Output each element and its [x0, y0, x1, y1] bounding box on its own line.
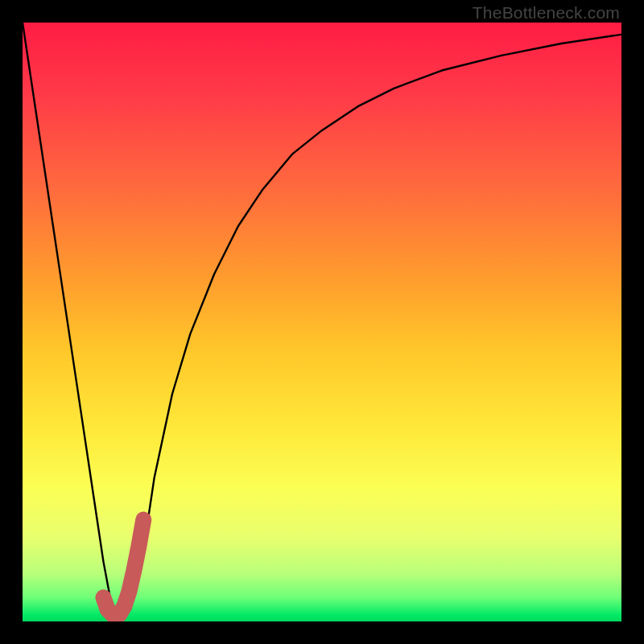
plot-area	[23, 23, 621, 621]
watermark-text: TheBottleneck.com	[473, 3, 620, 23]
chart-frame: TheBottleneck.com	[0, 0, 644, 644]
marker-layer	[23, 23, 621, 621]
j-hook-marker	[103, 520, 143, 616]
